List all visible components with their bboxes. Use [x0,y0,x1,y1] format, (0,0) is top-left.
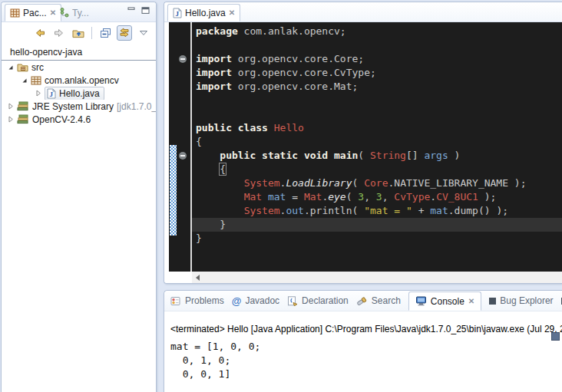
package-icon [31,76,41,85]
collapsed-arrow-icon[interactable] [7,116,14,123]
code-line[interactable] [196,94,562,107]
tab-hello-java[interactable]: J Hello.java ✕ [167,4,240,21]
collapsed-arrow-icon[interactable] [35,90,41,97]
code-line[interactable]: { [196,135,562,149]
console-output-line: mat = [1, 0, 0; [170,340,562,354]
tab-package-explorer[interactable]: Pac... ✕ [5,4,61,21]
close-icon[interactable]: ✕ [468,297,474,305]
tab-package-explorer-label: Pac... [23,8,47,18]
forward-button[interactable] [51,25,67,41]
code-line[interactable]: System.out.println( "mat = " + mat.dump(… [196,204,562,218]
tab-bug-explorer[interactable]: Bug Explorer [489,295,553,306]
code-line[interactable] [196,107,562,121]
horizontal-scrollbar[interactable] [192,272,562,283]
folder-up-icon [72,28,84,38]
source-folder-icon [17,62,28,72]
tab-console-label: Console [431,296,464,307]
expanded-arrow-icon[interactable] [7,64,14,71]
console-icon [415,296,427,306]
library-icon [17,114,29,124]
collapsed-arrow-icon[interactable] [7,103,14,110]
tree-item-label: OpenCV-2.4.6 [32,114,91,125]
type-hierarchy-icon [60,8,69,18]
declaration-icon [287,296,298,306]
svg-text:J: J [49,91,53,98]
toolbar-separator [91,27,92,39]
back-button[interactable] [32,25,48,41]
code-line[interactable]: System.LoadLibrary( Core.NATIVE_LIBRARY_… [196,176,562,190]
fold-collapse-icon[interactable] [179,55,187,63]
svg-text:J: J [175,10,179,18]
bug-explorer-icon [489,298,496,305]
tree-item-label: Hello.java [59,88,100,99]
project-header[interactable]: hello-opencv-java [2,45,156,61]
project-tree: hello-opencv-java src [2,43,156,126]
view-menu-button[interactable] [136,25,151,41]
javadoc-icon: @ [232,295,242,307]
tree-item-label: JRE System Library [32,101,114,112]
package-explorer-view: Pac... ✕ Ty... [1,2,157,392]
code-line[interactable]: public static void main( String[] args ) [196,149,562,163]
code-line[interactable]: Mat mat = Mat.eye( 3, 3, CvType.CV_8UC1 … [196,190,562,204]
package-explorer-icon [10,8,20,18]
maximize-button[interactable] [141,7,150,14]
tab-declaration-label: Declaration [302,295,349,306]
code-line[interactable]: package com.anlak.opencv; [196,25,562,38]
code-line[interactable] [196,38,562,52]
console-toolbar-button[interactable] [551,332,560,341]
tab-search-label: Search [372,295,401,306]
tab-javadoc[interactable]: @ Javadoc [232,295,279,307]
code-line[interactable]: } [192,218,562,232]
code-line[interactable]: import org.opencv.core.Mat; [196,80,562,94]
minimize-button[interactable] [127,7,136,14]
code-line[interactable]: } [196,232,562,245]
code-line[interactable]: import org.opencv.core.Core; [196,52,562,66]
tree-item-package[interactable]: com.anlak.opencv [2,74,156,87]
tab-type-hierarchy[interactable]: Ty... [55,4,94,21]
code-line[interactable]: import org.opencv.core.CvType; [196,66,562,80]
jre-version-decoration: [jdk1.7.0_25] [117,101,156,112]
package-explorer-toolbar [2,22,156,43]
tab-search[interactable]: Search [356,295,401,306]
tree-item-src[interactable]: src [2,61,156,74]
java-file-icon: J [47,88,56,99]
tree-item-opencv-library[interactable]: OpenCV-2.4.6 [2,113,156,126]
code-line[interactable]: { [196,163,562,176]
search-icon [356,296,368,306]
tab-console[interactable]: Console ✕ [408,292,481,311]
editor-area: J Hello.java ✕ package com.anlak.opencv;… [164,2,562,284]
console-output-line: 0, 0, 1] [170,367,562,381]
java-file-icon: J [173,8,182,18]
range-indicator [170,145,177,236]
up-button[interactable] [71,25,86,41]
code-line[interactable]: public class Hello [196,121,562,135]
tab-problems[interactable]: Problems [170,295,224,306]
expanded-arrow-icon[interactable] [21,77,28,84]
close-icon[interactable]: ✕ [229,8,235,17]
editor-ruler[interactable] [169,22,192,272]
collapse-all-button[interactable] [98,25,113,41]
library-icon [17,101,29,111]
bottom-view-area: Problems @ Javadoc Declaration [164,290,562,392]
console-title: <terminated> Hello [Java Application] C:… [170,324,562,334]
code-content[interactable]: package com.anlak.opencv; import org.ope… [192,22,562,272]
code-editor[interactable]: package com.anlak.opencv; import org.ope… [169,22,562,272]
problems-icon [170,296,181,306]
tab-bug-explorer-label: Bug Explorer [500,295,553,306]
tab-type-hierarchy-label: Ty... [72,8,89,18]
editor-tab-label: Hello.java [185,8,226,18]
link-with-editor-icon [118,28,131,38]
selected-file-highlight[interactable]: J Hello.java [45,87,104,100]
console-view: <terminated> Hello [Java Application] C:… [164,311,562,381]
tab-declaration[interactable]: Declaration [287,295,349,306]
tree-item-jre-library[interactable]: JRE System Library [jdk1.7.0_25] [2,100,156,113]
forward-arrow-icon [53,28,65,38]
console-output[interactable]: mat = [1, 0, 0; 0, 1, 0; 0, 0, 1] [170,340,562,381]
fold-collapse-icon[interactable] [179,152,187,160]
tree-item-hello-java[interactable]: J Hello.java [2,87,156,100]
scroll-left-arrow-icon[interactable] [196,275,200,281]
link-with-editor-button[interactable] [117,25,132,41]
back-arrow-icon [34,28,46,38]
editor-body: package com.anlak.opencv; import org.ope… [164,22,562,283]
tree-item-label: com.anlak.opencv [45,75,119,86]
